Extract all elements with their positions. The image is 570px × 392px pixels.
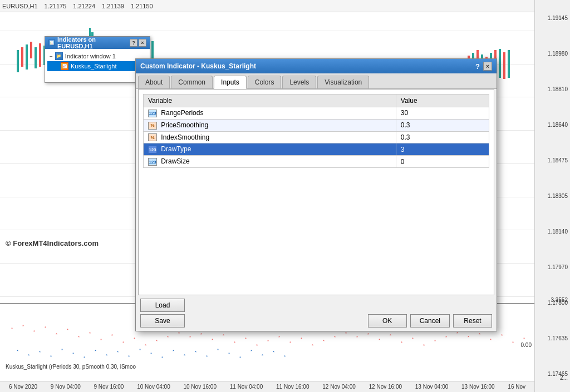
main-dialog-titlebar: Custom Indicator - Kuskus_Starlight ? × xyxy=(136,59,497,73)
type-icon-int-3: 123 xyxy=(148,158,157,166)
tree-item-window1[interactable]: − 📁 Indicator window 1 xyxy=(47,51,148,61)
time-label-0: 6 Nov 2020 xyxy=(9,384,37,390)
save-button[interactable]: Save xyxy=(140,314,185,328)
row-2-var: % IndexSmoothing xyxy=(144,131,396,143)
row-2-val: 0.3 xyxy=(396,131,489,143)
indicators-window: 📊 Indicators on EURUSD,H1 ? × − 📁 Indica… xyxy=(45,36,150,83)
main-dialog: Custom Indicator - Kuskus_Starlight ? × … xyxy=(135,58,497,331)
row-0-val: 30 xyxy=(396,107,489,120)
main-dialog-title: Custom Indicator - Kuskus_Starlight xyxy=(140,62,256,70)
time-label-9: 13 Nov 04:00 xyxy=(415,384,449,390)
table-row[interactable]: 123 DrawSize 0 xyxy=(144,156,489,168)
table-row[interactable]: % PriceSmoothing 0.3 xyxy=(144,119,489,131)
time-label-6: 11 Nov 16:00 xyxy=(276,384,309,390)
price-label-9: 1.17635 xyxy=(548,335,568,341)
tree-item-kuskus[interactable]: 📈 Kuskus_Starlight xyxy=(47,61,148,71)
reset-button[interactable]: Reset xyxy=(453,314,492,328)
tab-colors[interactable]: Colors xyxy=(248,76,282,88)
tree-folder-icon: 📁 xyxy=(55,52,63,60)
price-label-6: 1.18140 xyxy=(548,229,568,235)
row-1-var: % PriceSmoothing xyxy=(144,119,396,131)
price-label-4: 1.18475 xyxy=(548,157,568,163)
time-label-8: 12 Nov 16:00 xyxy=(369,384,402,390)
bottom-right-label: 2... xyxy=(560,375,568,381)
tree-item-label-1: Kuskus_Starlight xyxy=(71,63,117,70)
tabs-bar: About Common Inputs Colors Levels Visual… xyxy=(136,73,497,89)
chart-header: EURUSD,H1 1.21175 1.21224 1.21139 1.2115… xyxy=(0,0,534,12)
time-label-3: 10 Nov 04:00 xyxy=(137,384,170,390)
table-row[interactable]: % IndexSmoothing 0.3 xyxy=(144,131,489,143)
tree-indicator-icon: 📈 xyxy=(61,62,68,70)
indicators-window-titlebar: 📊 Indicators on EURUSD,H1 ? × xyxy=(45,37,150,49)
row-4-var: 123 DrawSize xyxy=(144,156,396,168)
corner-label: 3.3552 xyxy=(551,297,568,303)
time-label-1: 9 Nov 04:00 xyxy=(51,384,81,390)
time-label-7: 12 Nov 04:00 xyxy=(322,384,356,390)
row-3-var: 123 DrawType xyxy=(144,143,396,156)
type-icon-int-2: 123 xyxy=(148,146,157,153)
empty-space xyxy=(143,168,489,290)
tree-item-label-0: Indicator window 1 xyxy=(65,53,116,59)
price-label-0: 1.19145 xyxy=(548,15,568,21)
type-icon-flt-2: % xyxy=(148,133,157,141)
time-label-11: 16 Nov xyxy=(508,384,525,390)
main-dialog-close-btn[interactable]: × xyxy=(483,62,492,71)
table-row-selected[interactable]: 123 DrawType 3 xyxy=(144,143,489,156)
indicators-window-content: − 📁 Indicator window 1 📈 Kuskus_Starligh… xyxy=(45,49,150,82)
price-label-7: 1.17970 xyxy=(548,264,568,270)
chart-watermark: © ForexMT4Indicators.com xyxy=(6,239,99,247)
tree-expand-icon: − xyxy=(50,53,53,59)
dialog-footer: Load Save OK Cancel Reset xyxy=(136,295,497,331)
price-label-3: 1.18640 xyxy=(548,122,568,128)
chart-time-axis: 6 Nov 2020 9 Nov 04:00 9 Nov 16:00 10 No… xyxy=(0,381,534,392)
main-dialog-help-btn[interactable]: ? xyxy=(475,62,480,71)
chart-price-1: 1.21175 xyxy=(45,3,67,9)
chart-price-2: 1.21224 xyxy=(73,3,95,9)
tab-inputs[interactable]: Inputs xyxy=(214,76,247,89)
time-label-5: 11 Nov 04:00 xyxy=(230,384,263,390)
price-label-1: 1.18980 xyxy=(548,51,568,57)
indicators-window-title: Indicators on EURUSD,H1 xyxy=(57,36,130,49)
type-icon-flt: % xyxy=(148,122,157,130)
chart-symbol: EURUSD,H1 xyxy=(2,3,38,9)
time-label-4: 10 Nov 16:00 xyxy=(183,384,217,390)
bottom-buttons: OK Cancel Reset xyxy=(368,314,492,328)
param-table: Variable Value 123 RangePeriods 30 % Pri… xyxy=(143,94,489,168)
indicators-window-icon: 📊 xyxy=(48,39,55,46)
indicators-window-title-area: 📊 Indicators on EURUSD,H1 xyxy=(48,36,130,49)
load-button[interactable]: Load xyxy=(140,299,185,312)
tab-common[interactable]: Common xyxy=(171,76,213,88)
ok-button[interactable]: OK xyxy=(368,314,407,328)
chart-price-4: 1.21150 xyxy=(131,3,153,9)
table-row[interactable]: 123 RangePeriods 30 xyxy=(144,107,489,120)
indicators-window-help-btn[interactable]: ? xyxy=(130,39,137,47)
type-icon-int: 123 xyxy=(148,110,157,117)
chart-indicator-label: Kuskus_Starlight (rPeriods 30, pSmooth 0… xyxy=(6,364,136,370)
row-0-var: 123 RangePeriods xyxy=(144,107,396,120)
price-label-5: 1.18305 xyxy=(548,193,568,199)
dialog-content: Variable Value 123 RangePeriods 30 % Pri… xyxy=(138,89,494,295)
main-dialog-titlebar-buttons: ? × xyxy=(475,62,492,71)
side-buttons: Load Save xyxy=(140,299,185,328)
time-label-10: 13 Nov 16:00 xyxy=(461,384,495,390)
tab-levels[interactable]: Levels xyxy=(282,76,316,88)
col-variable: Variable xyxy=(144,95,396,107)
row-3-val: 3 xyxy=(396,143,489,156)
tab-visualization[interactable]: Visualization xyxy=(317,76,369,88)
price-label-2: 1.18810 xyxy=(548,86,568,92)
indicators-window-buttons: ? × xyxy=(130,39,146,47)
cancel-button[interactable]: Cancel xyxy=(410,314,450,328)
col-value: Value xyxy=(396,95,489,107)
chart-price-3: 1.21139 xyxy=(102,3,124,9)
indicators-window-close-btn[interactable]: × xyxy=(139,39,146,47)
time-label-2: 9 Nov 16:00 xyxy=(94,384,124,390)
row-1-val: 0.3 xyxy=(396,119,489,131)
tab-about[interactable]: About xyxy=(138,76,170,88)
row-4-val: 0 xyxy=(396,156,489,168)
price-axis: 1.19145 1.18980 1.18810 1.18640 1.18475 … xyxy=(534,0,570,392)
